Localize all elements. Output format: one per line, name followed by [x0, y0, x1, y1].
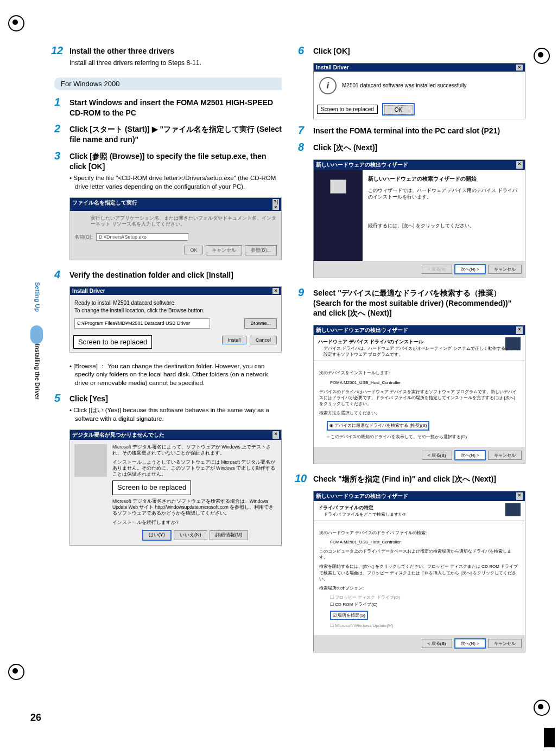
step-title: Insert the FOMA terminal into the PC car… [313, 126, 525, 136]
close-icon[interactable]: × [272, 431, 279, 439]
step-number: 5 [54, 392, 60, 405]
confirm-dialog: Install Driver × i M2501 datacard softwa… [313, 63, 525, 119]
wizard-body-3: 検索方法を選択してください。 [319, 410, 519, 416]
run-label: 名前(O): [74, 234, 93, 240]
step-6: 6 Click [OK] [298, 46, 525, 56]
dialog-titlebar: デジタル署名が見つかりませんでした × [70, 430, 281, 440]
more-info-button[interactable]: 詳細情報(M) [210, 530, 249, 540]
step-number: 8 [298, 141, 304, 153]
install-driver-dialog: Install Driver × Ready to install M2501 … [69, 286, 282, 352]
run-dialog: ファイル名を指定して実行 ?|× 実行したいアプリケーション名、または開きたいフ… [69, 197, 282, 260]
checkbox-windows-update[interactable]: ☐ Microsoft Windows Update(M) [330, 623, 519, 629]
step-number: 3 [54, 150, 60, 162]
sig-para-1: Microsoft デジタル署名によって、ソフトウェアが Windows 上でテ… [112, 444, 277, 456]
dialog-title: Install Driver [72, 288, 105, 294]
close-icon[interactable]: × [516, 65, 523, 71]
step-12: 12 Install the other three drivers Insta… [54, 46, 282, 68]
signature-dialog: デジタル署名が見つかりませんでした × Microsoft デジタル署名によって… [69, 430, 282, 546]
wizard-continue-text: 続行するには、[次へ] をクリックしてください。 [368, 222, 519, 229]
close-icon[interactable]: × [516, 492, 523, 500]
next-button[interactable]: 次へ(N) > [454, 264, 486, 274]
radio-option-recommended[interactable]: ◉ デバイスに最適なドライバを検索する (推奨)(S) [327, 421, 429, 430]
cancel-button[interactable]: キャンセル [206, 245, 242, 255]
install-button[interactable]: Install [222, 336, 247, 344]
run-input[interactable]: D:¥Drivers¥Setup.exe [96, 233, 188, 241]
cancel-button[interactable]: キャンセル [488, 639, 522, 648]
browse-button[interactable]: Browse... [244, 318, 277, 328]
step-bullet: • Specify the file "<CD-ROM drive letter… [75, 174, 282, 191]
cancel-button[interactable]: キャンセル [488, 451, 522, 460]
dialog-title: Install Driver [316, 65, 349, 71]
step-10: 10 Check "場所を指定 (Find in)" and click [次へ… [298, 474, 525, 484]
callout-label: Screen to be replaced [112, 480, 191, 495]
wizard-header-icon [505, 503, 521, 516]
next-button[interactable]: 次へ(N) > [454, 638, 486, 649]
wizard-body-4: 検索場所のオプション: [319, 585, 519, 591]
back-button[interactable]: < 戻る(B) [422, 451, 452, 460]
radio-option-list[interactable]: ○ このデバイスの既知のドライバを表示して、その一覧から選択する(D) [327, 434, 519, 440]
checkbox-floppy[interactable]: ☐ フロッピー ディスク ドライブ(D) [330, 594, 519, 600]
cancel-button[interactable]: Cancel [250, 336, 277, 344]
sig-para-4: インストールを続行しますか? [112, 520, 277, 526]
step-4: 4 Verify the destination folder and clic… [54, 270, 282, 280]
next-button[interactable]: 次へ(N) > [454, 450, 486, 460]
warning-icon [74, 444, 107, 477]
wizard-header-title: ハードウェア デバイス ドライバのインストール [318, 338, 521, 345]
step-title: Click [スタート (Start)] ▶ "ファイル名を指定して実行 (Se… [69, 124, 282, 145]
step-number: 10 [295, 472, 307, 485]
dialog-titlebar: ファイル名を指定して実行 ?|× [70, 198, 281, 211]
browse-button[interactable]: 参照(B)... [245, 245, 277, 255]
back-button[interactable]: < 戻る(B) [422, 639, 452, 648]
yes-button[interactable]: はい(Y) [142, 530, 172, 541]
ok-button[interactable]: OK [184, 246, 203, 254]
step-body: Install all three drivers referring to S… [69, 59, 282, 68]
page-number: 26 [30, 712, 41, 723]
confirm-message: M2501 datacard software was installed su… [342, 82, 467, 88]
left-column: 12 Install the other three drivers Insta… [54, 46, 282, 662]
step-2: 2 Click [スタート (Start)] ▶ "ファイル名を指定して実行 (… [54, 124, 282, 145]
install-text-1: Ready to install M2501 datacard software… [74, 299, 277, 307]
dialog-title: ファイル名を指定して実行 [72, 199, 137, 210]
dialog-title: 新しいハードウェアの検出ウィザード [316, 161, 408, 169]
install-path-input[interactable]: C:¥Program Files¥MD¥M2501 Datacard USB D… [74, 318, 210, 328]
wizard-header-subtitle: デバイス ドライバは、ハードウェア デバイスがオペレーティング システムで正しく… [324, 345, 521, 357]
step-3: 3 Click [参照 (Browse)] to specify the fil… [54, 151, 282, 191]
wizard-body-1: 次のデバイスをインストールします: [319, 370, 519, 376]
wizard-body-2: デバイスのドライバはハードウェア デバイスを実行するソフトウェア プログラムです… [319, 389, 519, 407]
close-icon[interactable]: × [516, 161, 523, 169]
checkbox-specify-location[interactable]: ☑ 場所を指定(S) [330, 611, 368, 620]
install-text-2: To change the install location, click th… [74, 307, 277, 315]
registration-mark-icon [534, 700, 550, 716]
cancel-button[interactable]: キャンセル [488, 265, 522, 274]
dialog-title: 新しいハードウェアの検出ウィザード [316, 492, 408, 500]
step-number: 12 [51, 44, 63, 57]
step-title: Verify the destination folder and click … [69, 270, 282, 280]
section-header: For Windows 2000 [54, 78, 282, 90]
sig-para-2: インストールしようとしているソフトウェアには Microsoft デジタル署名が… [112, 459, 277, 477]
step-title: Start Windows and insert the FOMA M2501 … [69, 98, 282, 118]
wizard-body-3: 検索を開始するには、[次へ] をクリックしてください。フロッピー ディスクまたは… [319, 563, 519, 582]
registration-mark-icon [8, 15, 24, 31]
step4-bullet: • [Browse] ： You can change the destinat… [75, 362, 282, 388]
step-title: Select "デバイスに最適なドライバを検索する（推奨）(Search for… [313, 288, 525, 319]
close-icon[interactable]: × [272, 288, 279, 294]
step-title: Click [次へ (Next)] [313, 143, 525, 153]
ok-button[interactable]: OK [384, 105, 413, 114]
step-title: Check "場所を指定 (Find in)" and click [次へ (N… [313, 474, 525, 484]
back-button: < 戻る(B) [422, 265, 452, 274]
close-icon[interactable]: × [516, 326, 523, 334]
step-number: 1 [54, 96, 60, 108]
step-8: 8 Click [次へ (Next)] [298, 143, 525, 153]
step-title: Click [Yes] [69, 394, 282, 404]
no-button[interactable]: いいえ(N) [174, 530, 207, 540]
wizard-body-text: このウィザードでは、ハードウェア デバイス用のデバイス ドライバのインストールを… [368, 187, 519, 201]
close-icon[interactable]: ?|× [272, 199, 279, 210]
sig-para-3: Microsoft デジタル署名されたソフトウェアを検索する場合は、Window… [112, 498, 277, 516]
run-dialog-text: 実行したいアプリケーション名、または開きたいフォルダやドキュメント名、インターネ… [91, 215, 277, 228]
dialog-titlebar: 新しいハードウェアの検出ウィザード × [314, 160, 525, 170]
wizard-header-title: ドライバ ファイルの特定 [318, 504, 521, 511]
checkbox-cdrom[interactable]: ☐ CD-ROM ドライブ(C) [330, 601, 519, 607]
side-label-subsection: Installing the Driver [34, 344, 41, 400]
side-label-section: Setting Up [34, 282, 41, 312]
step-5: 5 Click [Yes] • Click [はい (Yes)] because… [54, 394, 282, 423]
